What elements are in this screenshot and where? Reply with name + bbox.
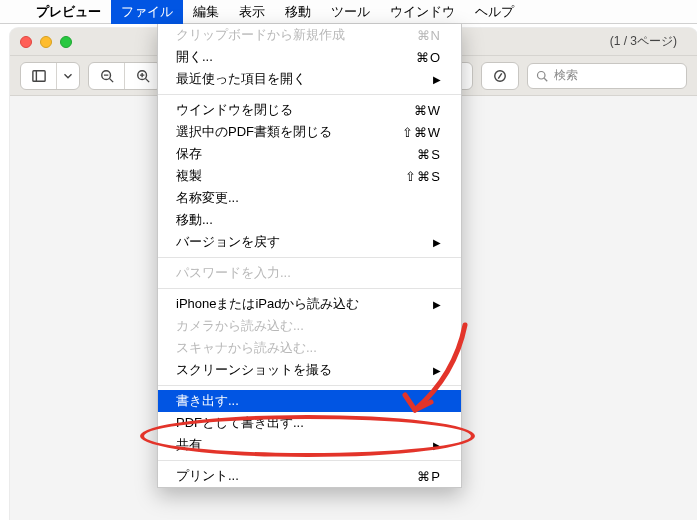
svg-point-10 (537, 71, 545, 79)
zoom-out-button[interactable] (89, 63, 125, 89)
menu-item-shortcut: ⇧⌘S (405, 169, 441, 184)
menubar-item-go[interactable]: 移動 (275, 0, 321, 24)
file-menu-dropdown: クリップボードから新規作成⌘N開く...⌘O最近使った項目を開く▶ウインドウを閉… (157, 24, 462, 488)
menu-item-label: 最近使った項目を開く (176, 70, 306, 88)
menu-item-shortcut: ⌘P (417, 469, 441, 484)
menu-item-label: 書き出す... (176, 392, 239, 410)
menu-item-shortcut: ⇧⌘W (402, 125, 441, 140)
menu-item[interactable]: バージョンを戻す▶ (158, 231, 461, 253)
page-count-label: (1 / 3ページ) (610, 33, 677, 50)
menu-item[interactable]: 最近使った項目を開く▶ (158, 68, 461, 90)
menu-item-label: iPhoneまたはiPadから読み込む (176, 295, 360, 313)
menu-item-label: PDFとして書き出す... (176, 414, 304, 432)
menu-item-label: スキャナから読み込む... (176, 339, 317, 357)
menu-item-label: カメラから読み込む... (176, 317, 304, 335)
menu-item[interactable]: 共有▶ (158, 434, 461, 456)
menu-item[interactable]: ウインドウを閉じる⌘W (158, 99, 461, 121)
menu-item[interactable]: スクリーンショットを撮る▶ (158, 359, 461, 381)
menubar-item-view[interactable]: 表示 (229, 0, 275, 24)
svg-line-3 (109, 78, 113, 82)
menu-item-shortcut: ⌘S (417, 147, 441, 162)
submenu-arrow-icon: ▶ (433, 237, 441, 248)
menubar-item-edit[interactable]: 編集 (183, 0, 229, 24)
menu-item-label: 名称変更... (176, 189, 239, 207)
search-icon (536, 70, 548, 82)
submenu-arrow-icon: ▶ (433, 299, 441, 310)
sidebar-button[interactable] (21, 63, 57, 89)
menu-item: スキャナから読み込む... (158, 337, 461, 359)
search-placeholder: 検索 (554, 67, 578, 84)
menu-item-label: クリップボードから新規作成 (176, 26, 345, 44)
menu-item-shortcut: ⌘N (417, 28, 441, 43)
menu-item-label: ウインドウを閉じる (176, 101, 293, 119)
minimize-icon[interactable] (40, 36, 52, 48)
menu-item-label: 移動... (176, 211, 213, 229)
menubar-item-file[interactable]: ファイル (111, 0, 183, 24)
menubar-app-name[interactable]: プレビュー (26, 0, 111, 24)
submenu-arrow-icon: ▶ (433, 74, 441, 85)
submenu-arrow-icon: ▶ (433, 365, 441, 376)
menubar-item-tools[interactable]: ツール (321, 0, 380, 24)
menu-item[interactable]: 開く...⌘O (158, 46, 461, 68)
menu-item[interactable]: iPhoneまたはiPadから読み込む▶ (158, 293, 461, 315)
svg-line-11 (544, 78, 547, 81)
search-input[interactable]: 検索 (527, 63, 688, 89)
submenu-arrow-icon: ▶ (433, 440, 441, 451)
menu-item: カメラから読み込む... (158, 315, 461, 337)
traffic-lights (20, 36, 72, 48)
menu-item-shortcut: ⌘W (414, 103, 441, 118)
menu-item-label: バージョンを戻す (176, 233, 280, 251)
menu-item[interactable]: プリント...⌘P (158, 465, 461, 487)
menu-item[interactable]: 選択中のPDF書類を閉じる⇧⌘W (158, 121, 461, 143)
menu-item[interactable]: PDFとして書き出す... (158, 412, 461, 434)
svg-line-6 (146, 78, 150, 82)
menu-separator (158, 385, 461, 386)
menubar-item-window[interactable]: ウインドウ (380, 0, 465, 24)
menu-separator (158, 94, 461, 95)
menu-item-label: パスワードを入力... (176, 264, 291, 282)
menubar-item-help[interactable]: ヘルプ (465, 0, 524, 24)
menu-item-label: プリント... (176, 467, 239, 485)
menu-item-shortcut: ⌘O (416, 50, 441, 65)
menu-item[interactable]: 移動... (158, 209, 461, 231)
menu-item[interactable]: 保存⌘S (158, 143, 461, 165)
menu-item-label: 複製 (176, 167, 202, 185)
menu-separator (158, 460, 461, 461)
menu-separator (158, 288, 461, 289)
menu-item: パスワードを入力... (158, 262, 461, 284)
svg-rect-0 (32, 70, 44, 81)
menu-item: クリップボードから新規作成⌘N (158, 24, 461, 46)
zoom-in-button[interactable] (125, 63, 161, 89)
menu-item[interactable]: 書き出す... (158, 390, 461, 412)
menu-item-label: 選択中のPDF書類を閉じる (176, 123, 332, 141)
menu-item-label: スクリーンショットを撮る (176, 361, 332, 379)
macos-menubar: プレビュー ファイル 編集 表示 移動 ツール ウインドウ ヘルプ (0, 0, 697, 24)
sidebar-mode-button[interactable] (57, 63, 79, 89)
menu-item-label: 保存 (176, 145, 202, 163)
menu-item-label: 共有 (176, 436, 202, 454)
menu-separator (158, 257, 461, 258)
maximize-icon[interactable] (60, 36, 72, 48)
markup-button[interactable] (482, 63, 518, 89)
close-icon[interactable] (20, 36, 32, 48)
menu-item[interactable]: 複製⇧⌘S (158, 165, 461, 187)
menu-item-label: 開く... (176, 48, 213, 66)
menu-item[interactable]: 名称変更... (158, 187, 461, 209)
